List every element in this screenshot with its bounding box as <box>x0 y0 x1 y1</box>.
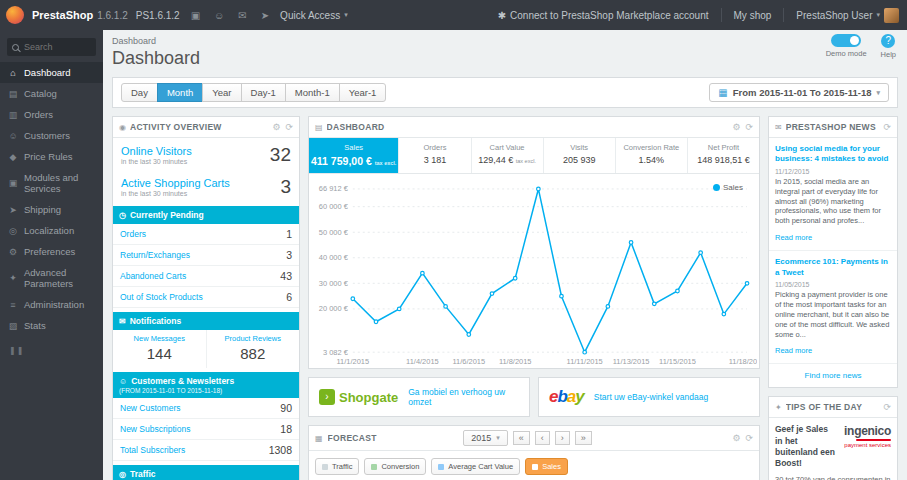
active-shopping-carts[interactable]: Active Shopping Carts in the last 30 min… <box>113 170 299 202</box>
sidebar-collapse-button[interactable]: ❚❚ <box>0 336 103 365</box>
merchant-expertise-icon[interactable]: ➤ <box>261 10 269 21</box>
refresh-icon[interactable]: ⟳ <box>745 433 753 443</box>
pending-returns-row[interactable]: Return/Exchanges3 <box>113 245 299 266</box>
user-avatar <box>884 8 899 23</box>
ingenico-logo: ingenico payment services <box>844 424 891 468</box>
shop-name-link[interactable]: PS1.6.1.2 <box>136 10 180 21</box>
sidebar-item-orders[interactable]: ▥Orders <box>0 104 103 125</box>
page-header: Dashboard Dashboard Demo mode ? Help <box>112 34 898 77</box>
forecast-legend-traffic[interactable]: Traffic <box>315 458 359 475</box>
user-menu[interactable]: PrestaShop User▾ <box>796 8 899 23</box>
help-icon[interactable]: ? <box>881 34 895 48</box>
kpi-row: Sales 411 759,00 € tax excl. Orders 3 18… <box>309 138 759 174</box>
stat-orders[interactable]: Orders 3 181 <box>399 138 471 173</box>
abandoned-carts-row[interactable]: Abandoned Carts43 <box>113 266 299 287</box>
new-customers-row[interactable]: New Customers90 <box>113 398 299 419</box>
read-more-link[interactable]: Read more <box>775 346 812 355</box>
sidebar-item-modules[interactable]: ▣Modules and Services <box>0 167 103 199</box>
chevron-down-icon: ▾ <box>876 11 880 19</box>
search-input[interactable] <box>24 42 92 52</box>
svg-text:11/13/2015: 11/13/2015 <box>613 357 650 366</box>
find-more-news-link[interactable]: Find more news <box>769 364 897 387</box>
pending-orders-row[interactable]: Orders1 <box>113 224 299 245</box>
shopgate-ad-panel[interactable]: › Shopgate Ga mobiel en verhoog uw omzet <box>308 377 530 417</box>
tips-of-the-day-panel: ✦ TIPS OF THE DAY ⟳ Geef je Sales in het… <box>768 396 898 480</box>
forecast-next-button[interactable]: › <box>555 431 570 445</box>
out-of-stock-row[interactable]: Out of Stock Products6 <box>113 287 299 308</box>
globe-icon: ◎ <box>119 470 126 479</box>
orders-notifications-icon[interactable]: ▣ <box>191 10 200 21</box>
filter-month-1-button[interactable]: Month-1 <box>285 83 340 102</box>
partner-ads-row: › Shopgate Ga mobiel en verhoog uw omzet… <box>308 377 760 417</box>
prestashop-logo-icon[interactable] <box>6 6 24 24</box>
shopgate-logo: › Shopgate <box>319 389 398 405</box>
refresh-icon[interactable]: ⟳ <box>883 122 891 132</box>
gear-icon[interactable]: ⚙ <box>272 122 280 132</box>
conversion-color-swatch <box>371 464 377 470</box>
online-visitors[interactable]: Online Visitors in the last 30 minutes 3… <box>113 138 299 170</box>
demo-mode-toggle[interactable] <box>831 34 861 47</box>
forecast-legend-sales[interactable]: Sales <box>525 458 568 475</box>
sidebar-item-shipping[interactable]: ➤Shipping <box>0 199 103 220</box>
currently-pending-header: ◷ Currently Pending <box>113 206 299 224</box>
filter-day-1-button[interactable]: Day-1 <box>241 83 286 102</box>
filter-day-button[interactable]: Day <box>121 83 158 102</box>
forecast-legend-average-cart-value[interactable]: Average Cart Value <box>431 458 520 475</box>
localization-icon: ◎ <box>8 226 18 236</box>
sidebar-item-localization[interactable]: ◎Localization <box>0 220 103 241</box>
stat-conversion-rate[interactable]: Conversion Rate 1.54% <box>616 138 688 173</box>
my-shop-link[interactable]: My shop <box>734 10 772 21</box>
gear-icon[interactable]: ⚙ <box>732 433 740 443</box>
sidebar-item-catalog[interactable]: ▤Catalog <box>0 83 103 104</box>
marketplace-link[interactable]: ✱Connect to PrestaShop Marketplace accou… <box>498 10 709 21</box>
refresh-icon[interactable]: ⟳ <box>745 122 753 132</box>
sidebar-item-advanced-parameters[interactable]: ✦Advanced Parameters <box>0 262 103 294</box>
online-visitors-count: 32 <box>270 144 291 166</box>
ebay-ad-panel[interactable]: ebay Start uw eBay-winkel vandaag <box>538 377 760 417</box>
middle-column: ▤ DASHBOARD ⚙⟳ Sales 411 759,00 € tax ex… <box>308 116 760 480</box>
news-article: Ecommerce 101: Payments in a Tweet 11/05… <box>769 251 897 364</box>
gear-icon[interactable]: ⚙ <box>732 122 740 132</box>
stat-sales[interactable]: Sales 411 759,00 € tax excl. <box>309 138 399 173</box>
topbar: PrestaShop1.6.1.2 PS1.6.1.2 ▣ ☺ ✉ ➤ Quic… <box>0 0 907 30</box>
quick-access-menu[interactable]: Quick Access▾ <box>280 10 348 21</box>
sidebar-item-administration[interactable]: ≡Administration <box>0 294 103 315</box>
forecast-legend-conversion[interactable]: Conversion <box>364 458 426 475</box>
customers-notifications-icon[interactable]: ☺ <box>214 10 224 21</box>
forecast-prev-button[interactable]: ‹ <box>535 431 550 445</box>
traffic-color-swatch <box>322 464 328 470</box>
chart-legend-sales[interactable]: Sales <box>713 183 743 192</box>
messages-notifications-icon[interactable]: ✉ <box>238 10 246 21</box>
shopgate-ad-link[interactable]: Ga mobiel en verhoog uw omzet <box>408 387 519 407</box>
chevron-down-icon: ▾ <box>876 89 880 97</box>
dashboard-panel-header: ▤ DASHBOARD ⚙⟳ <box>309 117 759 138</box>
sidebar-item-dashboard[interactable]: ⌂Dashboard <box>0 62 103 83</box>
product-reviews[interactable]: Product Reviews 882 <box>206 330 300 368</box>
sidebar-item-preferences[interactable]: ⚙Preferences <box>0 241 103 262</box>
news-article-title-link[interactable]: Using social media for your business: 4 … <box>775 144 891 165</box>
sidebar-item-customers[interactable]: ☺Customers <box>0 125 103 146</box>
filter-month-button[interactable]: Month <box>157 83 203 102</box>
stat-visits[interactable]: Visits 205 939 <box>544 138 616 173</box>
sidebar-item-price-rules[interactable]: ◆Price Rules <box>0 146 103 167</box>
new-subscriptions-row[interactable]: New Subscriptions18 <box>113 419 299 440</box>
forecast-last-button[interactable]: » <box>575 431 592 445</box>
filter-year-button[interactable]: Year <box>202 83 241 102</box>
refresh-icon[interactable]: ⟳ <box>883 402 891 412</box>
filter-year-1-button[interactable]: Year-1 <box>339 83 387 102</box>
total-subscribers-row[interactable]: Total Subscribers1308 <box>113 440 299 461</box>
news-article-title-link[interactable]: Ecommerce 101: Payments in a Tweet <box>775 257 891 278</box>
news-article-date: 11/12/2015 <box>775 168 891 175</box>
sidebar-item-stats[interactable]: ▨Stats <box>0 315 103 336</box>
forecast-year-select[interactable]: 2015▾ <box>463 430 508 446</box>
ebay-ad-link[interactable]: Start uw eBay-winkel vandaag <box>594 392 708 402</box>
new-messages[interactable]: New Messages 144 <box>113 330 206 368</box>
forecast-first-button[interactable]: « <box>513 431 530 445</box>
stat-cart-value[interactable]: Cart Value 129,44 € tax excl. <box>472 138 544 173</box>
read-more-link[interactable]: Read more <box>775 233 812 242</box>
news-article-excerpt: Picking a payment provider is one of the… <box>775 290 891 339</box>
chevron-down-icon: ▾ <box>496 434 500 442</box>
refresh-icon[interactable]: ⟳ <box>285 122 293 132</box>
date-range-picker[interactable]: ▦ From 2015-11-01 To 2015-11-18 ▾ <box>709 83 889 102</box>
stat-net-profit[interactable]: Net Profit 148 918,51 € <box>688 138 759 173</box>
